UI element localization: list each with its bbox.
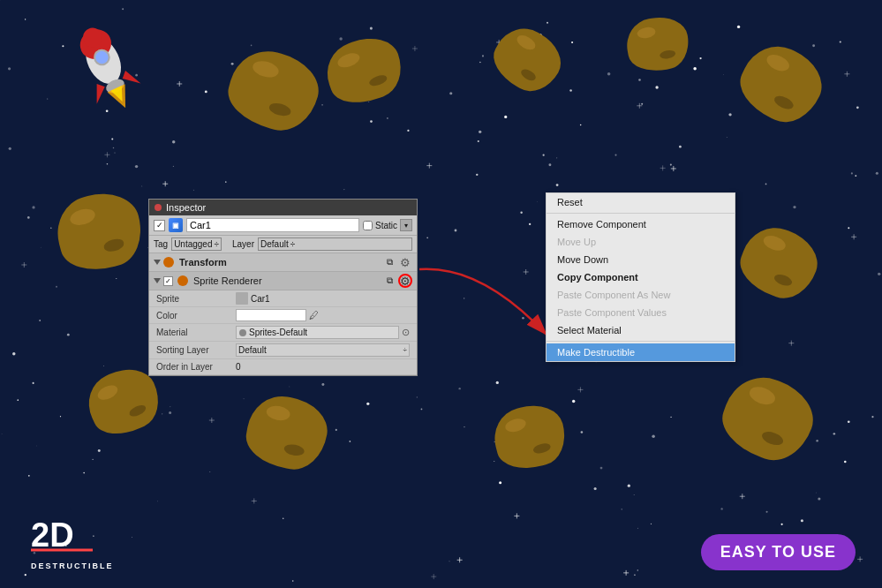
static-dropdown[interactable]: ▾	[400, 219, 412, 231]
transform-component-row: Transform ⧉ ⚙	[149, 253, 417, 272]
tag-select[interactable]: Untagged ÷	[171, 237, 222, 251]
svg-text:2D: 2D	[31, 516, 74, 554]
material-prop-row: Material Sprites-Default ⊙	[149, 324, 417, 342]
context-menu: Reset Remove Component Move Up Move Down…	[546, 192, 735, 362]
static-checkbox[interactable]	[363, 221, 373, 230]
sprite-prop-label: Sprite	[156, 294, 236, 304]
inspector-header-icon	[155, 204, 162, 211]
sprite-renderer-label: Sprite Renderer	[193, 275, 384, 286]
svg-marker-4	[89, 81, 110, 104]
sorting-layer-select[interactable]: Default ÷	[236, 343, 410, 357]
layer-label: Layer	[232, 239, 254, 249]
context-menu-item-make-destructible[interactable]: Make Destructible	[547, 343, 735, 361]
static-section: Static ▾	[363, 219, 412, 231]
material-prop-label: Material	[156, 328, 236, 337]
sprite-renderer-collapse[interactable]	[154, 278, 161, 283]
order-layer-value: 0	[236, 362, 241, 372]
material-dot	[239, 329, 246, 336]
context-menu-separator-1	[547, 213, 735, 214]
sprite-gear-icon[interactable]: ⚙	[398, 274, 412, 288]
sorting-layer-value: Default	[238, 345, 267, 355]
transform-copy-icon[interactable]: ⧉	[387, 257, 393, 268]
order-layer-row: Order in Layer 0	[149, 359, 417, 375]
transform-gear-icon[interactable]: ⚙	[398, 255, 412, 269]
inspector-panel: Inspector ✓ ▣ Static ▾ Tag Untagged ÷ La…	[148, 199, 418, 376]
object-name-input[interactable]	[186, 218, 359, 232]
sorting-layer-label: Sorting Layer	[156, 345, 236, 355]
layer-select[interactable]: Default ÷	[258, 237, 412, 251]
eyedropper-icon[interactable]: 🖊	[309, 310, 319, 320]
logo-svg: 2D	[26, 509, 115, 562]
color-swatch[interactable]	[236, 309, 306, 321]
logo-area: 2D DESTRUCTIBLE	[26, 509, 115, 570]
context-menu-item-select-material[interactable]: Select Material	[547, 321, 735, 339]
color-prop-row: Color 🖊	[149, 307, 417, 324]
inspector-title: Inspector	[166, 202, 206, 213]
context-menu-item-move-down[interactable]: Move Down	[547, 251, 735, 268]
sprite-prop-value: Car1	[236, 292, 410, 305]
material-settings[interactable]: ⊙	[402, 327, 410, 338]
context-menu-item-reset[interactable]: Reset	[547, 193, 735, 211]
context-menu-item-move-up: Move Up	[547, 233, 735, 251]
context-menu-item-copy[interactable]: Copy Component	[547, 268, 735, 286]
object-checkbox[interactable]: ✓	[154, 220, 165, 231]
context-menu-item-remove[interactable]: Remove Component	[547, 215, 735, 233]
context-menu-item-paste-new: Paste Component As New	[547, 286, 735, 304]
transform-label: Transform	[179, 257, 384, 268]
object-icon: ▣	[169, 218, 183, 232]
static-label: Static	[375, 221, 397, 230]
layer-value: Default	[260, 239, 289, 249]
color-prop-label: Color	[156, 311, 236, 320]
logo-subtitle: DESTRUCTIBLE	[31, 562, 115, 570]
order-layer-label: Order in Layer	[156, 362, 236, 372]
sprite-renderer-row: ✓ Sprite Renderer ⧉ ⚙	[149, 272, 417, 290]
sprite-renderer-checkbox[interactable]: ✓	[163, 276, 173, 286]
tag-label: Tag	[154, 239, 168, 249]
property-grid: Sprite Car1 Color 🖊 Material Sprites-Def…	[149, 290, 417, 375]
inspector-header: Inspector	[149, 200, 417, 215]
tag-layer-row: Tag Untagged ÷ Layer Default ÷	[149, 236, 417, 253]
tag-value: Untagged	[174, 239, 212, 249]
easy-badge: EASY TO USE	[701, 534, 856, 570]
object-row: ✓ ▣ Static ▾	[149, 215, 417, 236]
material-value: Sprites-Default	[249, 328, 307, 337]
sprite-copy-icon[interactable]: ⧉	[387, 275, 393, 286]
easy-badge-label: EASY TO USE	[720, 543, 836, 561]
material-value-field: Sprites-Default	[236, 326, 399, 339]
sprite-icon	[177, 275, 188, 286]
sprite-value: Car1	[251, 294, 270, 304]
context-menu-item-paste-values: Paste Component Values	[547, 304, 735, 321]
transform-move-icon	[163, 257, 174, 268]
sorting-layer-row: Sorting Layer Default ÷	[149, 342, 417, 359]
transform-collapse[interactable]	[154, 260, 161, 265]
sprite-prop-row: Sprite Car1	[149, 290, 417, 307]
context-menu-separator-2	[547, 341, 735, 342]
